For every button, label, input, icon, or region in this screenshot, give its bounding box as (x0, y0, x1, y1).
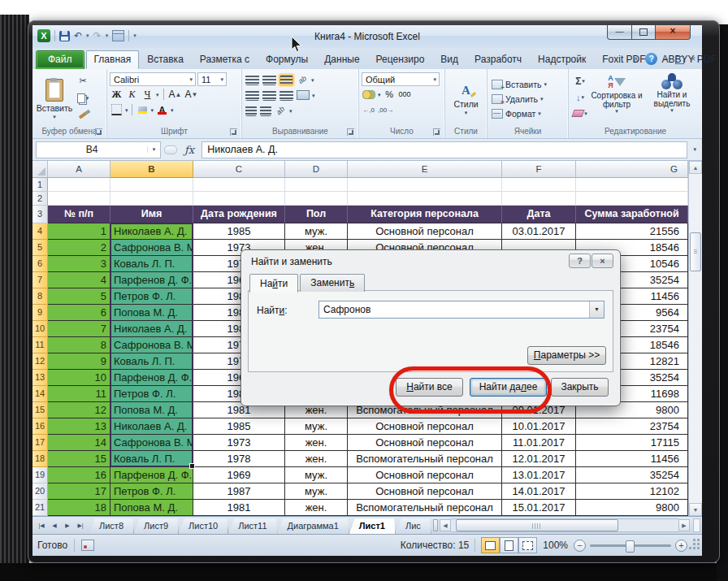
decrease-indent-button[interactable] (245, 106, 257, 116)
find-input[interactable]: Сафронов ▼ (318, 301, 604, 319)
cell-D19[interactable]: муж. (285, 467, 348, 483)
cell-E16[interactable]: Основной персонал (348, 418, 502, 435)
cell-B6[interactable]: Коваль Л. П. (110, 256, 193, 272)
cell-G18[interactable]: 11456 (576, 451, 688, 467)
row-header-19[interactable]: 19 (32, 467, 48, 483)
cell-B8[interactable]: Петров Ф. Л. (110, 288, 193, 305)
close-button[interactable]: × (656, 25, 691, 40)
currency-button[interactable] (362, 87, 376, 102)
cell-B16[interactable]: Николаев А. Д. (110, 418, 193, 435)
row-header-11[interactable]: 11 (32, 337, 48, 353)
first-sheet-icon[interactable]: |◀ (36, 520, 47, 531)
cell-A21[interactable]: 18 (48, 500, 110, 516)
row-header-8[interactable]: 8 (32, 288, 48, 305)
grow-font-button[interactable]: А▲ (168, 87, 183, 102)
horizontal-scroll-thumb[interactable] (456, 519, 618, 531)
shrink-font-button[interactable]: А▼ (184, 87, 198, 102)
cell-F1[interactable] (502, 178, 576, 192)
cell-G4[interactable]: 21556 (576, 223, 688, 240)
row-header-20[interactable]: 20 (32, 483, 48, 500)
ribbon-tab-Данные[interactable]: Данные (316, 50, 367, 69)
cell-C1[interactable] (193, 178, 285, 192)
cell-B15[interactable]: Попова М. Д. (110, 402, 193, 418)
cell-C19[interactable]: 1969 (193, 467, 285, 483)
cell-G16[interactable]: 23754 (576, 418, 688, 435)
increase-decimal-button[interactable]: ←,0 (362, 102, 375, 117)
cell-A6[interactable]: 3 (48, 256, 110, 272)
scroll-down-icon[interactable]: ▼ (689, 503, 702, 516)
cell-B21[interactable]: Попова М. Д. (110, 500, 193, 516)
next-sheet-icon[interactable]: ▶ (62, 520, 73, 531)
row-header-18[interactable]: 18 (32, 451, 48, 467)
dialog-help-icon[interactable]: ? (569, 254, 591, 268)
cell-A14[interactable]: 11 (48, 386, 110, 402)
cell-E20[interactable]: Основной персонал (348, 483, 502, 500)
column-header-E[interactable]: E (348, 161, 502, 178)
thousands-button[interactable]: 000 (398, 87, 412, 102)
sheet-tab-Лист9[interactable]: Лист9 (134, 518, 179, 534)
scroll-right-icon[interactable]: ▶ (678, 519, 690, 531)
row-header-7[interactable]: 7 (32, 272, 48, 288)
clear-button[interactable]: ▾ (571, 106, 589, 121)
row-header-14[interactable]: 14 (32, 386, 48, 402)
column-header-C[interactable]: C (193, 161, 285, 178)
options-button[interactable]: Параметры >> (527, 346, 606, 365)
dialog-launcher-icon[interactable] (230, 128, 237, 136)
name-box-dropdown-icon[interactable]: ▾ (147, 146, 160, 153)
cell-C20[interactable]: 1987 (193, 483, 285, 500)
cell-G21[interactable]: 9800 (576, 500, 688, 516)
cell-B18[interactable]: Коваль Л. П. (110, 451, 193, 467)
scroll-left-icon[interactable]: ◀ (440, 519, 451, 531)
cell-F21[interactable]: 15.01.2017 (502, 500, 576, 516)
column-header-A[interactable]: A (48, 161, 110, 178)
cell-A15[interactable]: 12 (48, 402, 110, 418)
row-header-4[interactable]: 4 (32, 223, 48, 240)
cell-A1[interactable] (48, 178, 110, 192)
cell-E19[interactable]: Основной персонал (348, 467, 502, 483)
tab-replace[interactable]: Заменить (300, 274, 365, 292)
cell-G20[interactable]: 12102 (576, 483, 688, 500)
ribbon-tab-Формулы[interactable]: Формулы (258, 50, 316, 69)
font-family-combo[interactable]: Calibri▾ (110, 72, 196, 86)
help-icon[interactable]: ? (645, 53, 657, 65)
cell-C21[interactable]: 1981 (193, 500, 285, 516)
cell-C16[interactable]: 1985 (193, 418, 285, 435)
normal-view-button[interactable] (481, 537, 500, 553)
cell-A20[interactable]: 17 (48, 483, 110, 500)
cell-D2[interactable] (285, 192, 348, 206)
cell-B10[interactable]: Николаев А. Д. (110, 321, 193, 337)
cell-E2[interactable] (348, 192, 502, 206)
cell-D20[interactable]: муж. (285, 483, 348, 500)
ribbon-tab-Файл[interactable]: Файл (36, 50, 84, 69)
cell-B20[interactable]: Петров Ф. Л. (110, 483, 193, 500)
cell-F4[interactable]: 03.01.2017 (502, 223, 576, 240)
align-center-button[interactable] (262, 90, 276, 101)
cell-D17[interactable]: жен. (285, 435, 348, 451)
cell-D18[interactable]: жен. (285, 451, 348, 467)
ribbon-tab-Вставка[interactable]: Вставка (139, 50, 192, 69)
ribbon-tab-Надстройк[interactable]: Надстройк (530, 50, 594, 69)
autosum-button[interactable]: Σ▾ (571, 73, 589, 89)
dialog-close-icon[interactable]: × (592, 254, 613, 268)
format-painter-button[interactable] (74, 107, 92, 123)
row-header-6[interactable]: 6 (32, 256, 48, 272)
wrap-text-button[interactable] (296, 88, 310, 102)
cell-D4[interactable]: муж. (285, 223, 348, 240)
cell-F16[interactable]: 10.01.2017 (502, 418, 576, 435)
horizontal-scrollbar[interactable]: ◀ ▶ (440, 518, 690, 532)
ribbon-tab-Главная[interactable]: Главная (86, 50, 140, 69)
row-header-3[interactable]: 3 (32, 206, 48, 223)
zoom-slider-thumb[interactable] (626, 540, 635, 553)
cell-B5[interactable]: Сафронова В. М. (110, 240, 193, 256)
row-header-16[interactable]: 16 (32, 418, 48, 435)
align-bottom-button[interactable] (280, 75, 293, 85)
column-header-G[interactable]: G (576, 161, 688, 178)
minimize-button[interactable]: — (607, 25, 632, 40)
paste-button[interactable]: Вставить ▾ (35, 72, 74, 126)
number-format-combo[interactable]: Общий▾ (362, 72, 440, 86)
scroll-up-icon[interactable]: ▲ (689, 161, 702, 174)
align-right-button[interactable] (280, 90, 293, 101)
cell-A12[interactable]: 9 (48, 353, 110, 370)
vertical-scroll-thumb[interactable] (690, 232, 701, 271)
zoom-out-button[interactable]: − (574, 540, 586, 552)
